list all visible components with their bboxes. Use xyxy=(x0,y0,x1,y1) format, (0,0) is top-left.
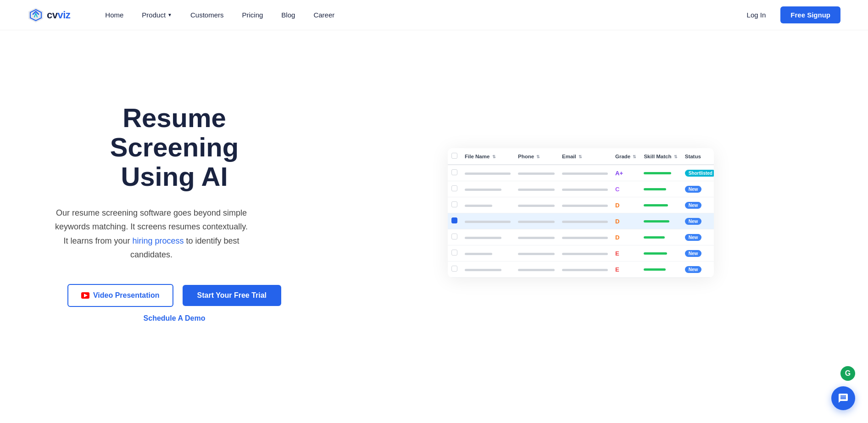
nav-pricing[interactable]: Pricing xyxy=(235,7,271,22)
cell-skill-match xyxy=(640,229,681,245)
skill-bar-wrap xyxy=(644,204,676,206)
table-row[interactable]: DNew xyxy=(448,229,714,245)
cell-status: Shortlisted xyxy=(681,165,714,181)
cell-grade: A+ xyxy=(612,165,640,181)
cell-phone xyxy=(514,213,558,229)
filename-bar xyxy=(465,189,501,191)
email-bar xyxy=(562,173,608,175)
hero-text-block: Resume Screening Using AI Our resume scr… xyxy=(55,103,294,323)
status-badge: New xyxy=(685,250,702,257)
table-row[interactable]: CNew xyxy=(448,181,714,197)
free-trial-button[interactable]: Start Your Free Trial xyxy=(183,285,281,306)
table-header-row: File Name ⇅ Phone ⇅ Email ⇅ Grade ⇅ Skil… xyxy=(448,148,714,165)
nav-cta: Log In Free Signup xyxy=(740,6,840,23)
skill-bar-wrap xyxy=(644,188,676,190)
video-presentation-button[interactable]: Video Presentation xyxy=(67,284,173,307)
grade-value: D xyxy=(615,218,619,225)
grammarly-icon[interactable]: G xyxy=(840,366,855,381)
col-phone[interactable]: Phone ⇅ xyxy=(514,148,558,165)
grade-value: E xyxy=(615,250,619,257)
skill-bar xyxy=(644,172,671,174)
row-checkbox[interactable] xyxy=(451,250,457,256)
table-row[interactable]: DNew xyxy=(448,197,714,213)
cell-email xyxy=(558,213,612,229)
col-checkbox xyxy=(448,148,461,165)
skill-bar xyxy=(644,204,668,206)
row-checkbox[interactable] xyxy=(451,185,457,191)
login-button[interactable]: Log In xyxy=(740,7,773,22)
hero-visual: File Name ⇅ Phone ⇅ Email ⇅ Grade ⇅ Skil… xyxy=(321,148,840,278)
phone-bar xyxy=(518,237,555,239)
grade-sort-icon: ⇅ xyxy=(633,155,636,159)
status-badge: Shortlisted xyxy=(685,170,714,177)
nav-career[interactable]: Career xyxy=(306,7,342,22)
cell-status: New xyxy=(681,197,714,213)
hero-description: Our resume screening software goes beyon… xyxy=(55,206,248,262)
cell-phone xyxy=(514,245,558,262)
filename-bar xyxy=(465,237,501,239)
email-bar xyxy=(562,189,608,191)
hiring-link[interactable]: hiring process xyxy=(132,236,184,245)
cell-email xyxy=(558,245,612,262)
grade-value: A+ xyxy=(615,170,623,177)
cell-grade: D xyxy=(612,197,640,213)
filename-bar xyxy=(465,221,511,223)
header-checkbox[interactable] xyxy=(451,153,457,159)
table-row[interactable]: ENew xyxy=(448,245,714,262)
row-checkbox[interactable] xyxy=(451,169,457,175)
email-bar xyxy=(562,253,608,255)
cell-status: New xyxy=(681,213,714,229)
status-badge: New xyxy=(685,234,702,241)
skill-bar xyxy=(644,220,669,223)
nav-home[interactable]: Home xyxy=(98,7,131,22)
email-bar xyxy=(562,237,608,239)
logo[interactable]: cvviz xyxy=(28,7,70,23)
cell-phone xyxy=(514,165,558,181)
filename-bar xyxy=(465,205,492,207)
cell-email xyxy=(558,197,612,213)
row-checkbox[interactable] xyxy=(451,201,457,207)
skill-bar xyxy=(644,188,666,190)
skill-bar xyxy=(644,236,665,239)
col-filename[interactable]: File Name ⇅ xyxy=(461,148,514,165)
grade-value: D xyxy=(615,234,619,241)
row-checkbox[interactable] xyxy=(451,217,457,223)
nav-blog[interactable]: Blog xyxy=(274,7,302,22)
filename-sort-icon: ⇅ xyxy=(492,155,496,159)
filename-bar xyxy=(465,253,492,255)
nav-product[interactable]: Product ▼ xyxy=(134,7,179,22)
row-checkbox[interactable] xyxy=(451,234,457,239)
grade-value: C xyxy=(615,186,619,193)
grade-value: D xyxy=(615,202,619,209)
email-sort-icon: ⇅ xyxy=(579,155,582,159)
table-row[interactable]: A+Shortlisted xyxy=(448,165,714,181)
schedule-demo-link[interactable]: Schedule A Demo xyxy=(144,314,206,323)
table-row[interactable]: ENew xyxy=(448,262,714,278)
col-email[interactable]: Email ⇅ xyxy=(558,148,612,165)
cell-skill-match xyxy=(640,245,681,262)
status-badge: New xyxy=(685,266,702,273)
table-row[interactable]: DNew xyxy=(448,213,714,229)
phone-bar xyxy=(518,269,555,271)
row-checkbox[interactable] xyxy=(451,266,457,272)
cell-email xyxy=(558,181,612,197)
phone-bar xyxy=(518,189,555,191)
skill-bar-wrap xyxy=(644,236,676,239)
cell-phone xyxy=(514,229,558,245)
skill-bar-wrap xyxy=(644,172,676,174)
navigation: cvviz Home Product ▼ Customers Pricing B… xyxy=(0,0,868,30)
col-grade[interactable]: Grade ⇅ xyxy=(612,148,640,165)
cell-status: New xyxy=(681,262,714,278)
cell-email xyxy=(558,229,612,245)
hero-buttons: Video Presentation Start Your Free Trial… xyxy=(55,284,294,323)
cell-grade: D xyxy=(612,213,640,229)
cell-grade: D xyxy=(612,229,640,245)
email-bar xyxy=(562,221,608,223)
phone-bar xyxy=(518,253,555,255)
col-skillmatch[interactable]: Skill Match ⇅ xyxy=(640,148,681,165)
nav-links: Home Product ▼ Customers Pricing Blog Ca… xyxy=(98,7,739,22)
nav-customers[interactable]: Customers xyxy=(183,7,231,22)
cell-status: New xyxy=(681,181,714,197)
skill-bar xyxy=(644,252,667,255)
signup-button[interactable]: Free Signup xyxy=(780,6,840,23)
